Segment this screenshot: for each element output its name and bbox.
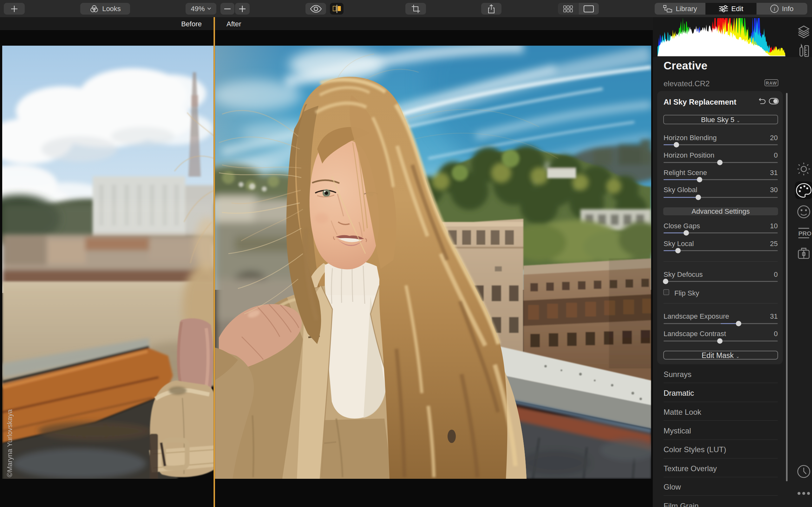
svg-text:©Maryna Yurlovskaya: ©Maryna Yurlovskaya xyxy=(6,409,14,477)
svg-text:i: i xyxy=(774,6,775,12)
svg-text:PRO: PRO xyxy=(798,230,811,237)
